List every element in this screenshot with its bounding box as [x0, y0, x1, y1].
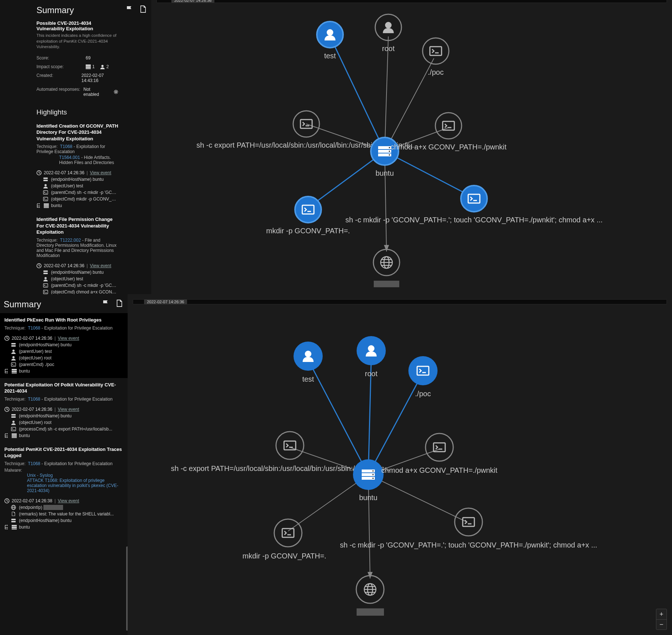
highlight-title: Identified PkExec Run With Root Privileg… — [4, 317, 123, 323]
svg-line-25 — [385, 36, 388, 151]
svg-line-30 — [385, 151, 472, 197]
gear-icon[interactable] — [110, 89, 119, 94]
node-poc[interactable]: ./poc — [423, 38, 449, 76]
svg-text:test: test — [302, 375, 314, 383]
node-chmod[interactable]: chmod a+x GCONV_PATH=./pwnkit — [381, 433, 498, 475]
svg-line-24 — [332, 40, 385, 151]
svg-point-47 — [461, 186, 487, 212]
malware-link[interactable]: ATTACK T1068: Exploitation of privilege … — [4, 478, 123, 493]
user-icon — [11, 355, 16, 361]
tree-icon — [4, 433, 9, 438]
svg-point-74 — [455, 508, 482, 536]
host-icon — [11, 518, 16, 523]
highlight-title: Potential PwnKit CVE-2021-4034 Exploitat… — [4, 446, 123, 459]
highlight-item[interactable]: Identified File Permission Change For CV… — [0, 213, 151, 294]
node-root[interactable]: root — [375, 14, 401, 52]
node-shmk[interactable]: sh -c mkdir -p 'GCONV_PATH=.'; touch 'GC… — [345, 186, 603, 224]
node-mkdir[interactable]: mkdir -p GCONV_PATH=. — [242, 519, 326, 560]
svg-point-72 — [274, 519, 302, 547]
node-test[interactable]: test — [294, 342, 323, 383]
sidebar-top: Summary Possible CVE-2021-4034 Vulnerabi… — [0, 0, 151, 294]
technique-link[interactable]: T1068 — [60, 144, 73, 149]
node-globe[interactable] — [373, 249, 400, 287]
globe-icon — [11, 505, 16, 510]
highlights-heading: Highlights — [0, 102, 151, 119]
flag-icon[interactable] — [126, 5, 134, 14]
svg-text:sh -c mkdir -p 'GCONV_PATH=.';: sh -c mkdir -p 'GCONV_PATH=.'; touch 'GC… — [340, 541, 597, 549]
svg-text:./poc: ./poc — [415, 390, 431, 398]
svg-text:sh -c mkdir -p 'GCONV_PATH=.';: sh -c mkdir -p 'GCONV_PATH=.'; touch 'GC… — [345, 216, 603, 224]
node-buntu[interactable]: buntu — [353, 459, 384, 502]
svg-point-64 — [408, 356, 438, 385]
sidebar-bottom: Summary Identified PkExec Run With Root … — [0, 294, 128, 635]
node-chmod[interactable]: chmod a+x GCONV_PATH=./pwnkit — [391, 113, 507, 151]
technique-link[interactable]: T1068 — [28, 326, 40, 331]
svg-line-53 — [368, 373, 423, 475]
zoom-in-button[interactable]: + — [656, 609, 667, 619]
svg-marker-32 — [384, 245, 389, 252]
user-icon — [11, 420, 16, 425]
terminal-icon — [43, 190, 48, 195]
view-event-link[interactable]: View event — [58, 498, 79, 503]
terminal-icon — [11, 362, 16, 367]
technique-link[interactable]: T1564.001 — [59, 155, 80, 160]
node-root[interactable]: root — [357, 336, 386, 378]
svg-point-70 — [426, 433, 453, 461]
technique-link[interactable]: T1068 — [28, 397, 40, 402]
node-globe[interactable] — [356, 576, 384, 616]
svg-point-66 — [276, 432, 304, 459]
svg-rect-77 — [357, 608, 384, 616]
terminal-icon — [43, 196, 48, 202]
highlight-item[interactable]: Identified PkExec Run With Root Privileg… — [0, 313, 128, 378]
tree-icon — [4, 369, 9, 374]
zoom-out-button[interactable]: − — [656, 619, 667, 630]
document-icon — [11, 511, 16, 517]
node-mkdir[interactable]: mkdir -p GCONV_PATH=. — [266, 196, 350, 235]
auto-label: Automated responses: — [36, 87, 83, 97]
technique-link[interactable]: T1222.002 — [60, 238, 81, 243]
clock-icon — [36, 263, 42, 268]
server-icon — [12, 369, 17, 374]
view-event-link[interactable]: View event — [90, 263, 111, 268]
highlight-title: Identified Creation Of GCONV_PATH Direct… — [36, 123, 119, 142]
svg-text:root: root — [382, 44, 395, 52]
highlight-item[interactable]: Identified Creation Of GCONV_PATH Direct… — [0, 119, 151, 213]
svg-text:./poc: ./poc — [428, 68, 443, 76]
clock-icon — [4, 336, 9, 341]
flag-icon[interactable] — [102, 299, 110, 308]
created-value: 2022-02-07 14:43:16 — [81, 73, 119, 83]
graph-bottom[interactable]: 2022-02-07 14:26:36 test root ./poc sh -… — [128, 294, 672, 635]
highlight-title: Potential Exploitation Of Polkit Vulnera… — [4, 382, 123, 394]
svg-point-37 — [423, 38, 449, 64]
incident-desc: This incident indicates a high confidenc… — [36, 33, 119, 50]
malware-link[interactable]: Unix - Syslog — [4, 473, 123, 478]
clock-icon — [36, 170, 42, 175]
technique-link[interactable]: T1068 — [28, 461, 40, 466]
server-icon — [44, 203, 49, 208]
terminal-icon — [11, 426, 16, 432]
node-test[interactable]: test — [317, 22, 343, 60]
host-icon — [11, 342, 16, 347]
impact-users: 2 — [100, 64, 109, 69]
graph-top[interactable]: 2022-02-07 14:26:36 test root ./poc sh -… — [151, 0, 672, 294]
clock-icon — [4, 407, 9, 412]
zoom-controls: + − — [656, 609, 667, 630]
svg-text:chmod a+x GCONV_PATH=./pwnkit: chmod a+x GCONV_PATH=./pwnkit — [391, 143, 507, 151]
document-icon[interactable] — [115, 299, 123, 308]
svg-line-58 — [368, 475, 370, 578]
terminal-icon — [43, 283, 48, 288]
created-label: Created: — [36, 73, 81, 83]
node-shmk[interactable]: sh -c mkdir -p 'GCONV_PATH=.'; touch 'GC… — [340, 508, 597, 549]
host-icon — [43, 270, 48, 275]
view-event-link[interactable]: View event — [58, 336, 79, 341]
user-icon — [43, 276, 48, 281]
svg-text:mkdir -p GCONV_PATH=.: mkdir -p GCONV_PATH=. — [242, 552, 326, 560]
view-event-link[interactable]: View event — [58, 407, 79, 412]
highlight-item[interactable]: Potential Exploitation Of Polkit Vulnera… — [0, 378, 128, 443]
score-value: 69 — [86, 55, 90, 61]
svg-text:chmod a+x GCONV_PATH=./pwnkit: chmod a+x GCONV_PATH=./pwnkit — [381, 466, 498, 475]
highlight-item[interactable]: Potential PwnKit CVE-2021-4034 Exploitat… — [0, 443, 128, 534]
document-icon[interactable] — [139, 5, 147, 14]
view-event-link[interactable]: View event — [90, 170, 111, 175]
impact-label: Impact scope: — [36, 64, 86, 69]
